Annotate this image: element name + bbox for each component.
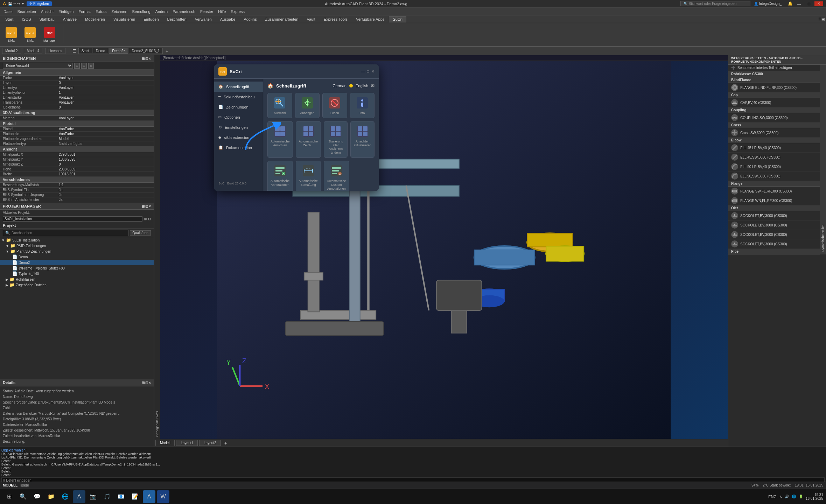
- filter-icon2[interactable]: ⊟: [81, 63, 87, 69]
- notifications[interactable]: 🔔: [788, 1, 793, 6]
- menu-datei[interactable]: Datei: [1, 9, 15, 14]
- english-lang-btn[interactable]: English: [356, 84, 368, 88]
- menu-aendern[interactable]: Ändern: [153, 9, 170, 14]
- menu-bearbeiten[interactable]: Bearbeiten: [15, 9, 38, 14]
- ortho-tab[interactable]: Orthogonale DWG: [154, 55, 160, 439]
- menu-hilfe[interactable]: Hilfe: [216, 9, 228, 14]
- taskbar-chat[interactable]: 💬: [31, 490, 43, 503]
- tree-item-rohrklassen[interactable]: ▶ 📁 Rohrklassen: [0, 276, 154, 282]
- grid-icons[interactable]: ⊞⊞⊞: [20, 483, 29, 487]
- qa-redo[interactable]: ↪: [17, 2, 20, 6]
- taskbar-word[interactable]: W: [157, 490, 169, 503]
- tile-anhaengen[interactable]: Anhängen: [295, 93, 320, 118]
- drawing-tab-demo[interactable]: Demo: [93, 48, 108, 54]
- rp-add-custom[interactable]: ➕ Benutzerdefiniertes Teil hinzufügen: [728, 65, 820, 71]
- ribbon-tab-addins[interactable]: Add-ins: [240, 16, 260, 22]
- tray-volume[interactable]: 🔊: [785, 495, 789, 498]
- sidebar-sikla-ext[interactable]: ◆ sikla extension: [214, 132, 263, 142]
- sikla-btn-2[interactable]: SIKLA Sikla: [22, 26, 38, 44]
- taskbar-app3[interactable]: 🎵: [101, 490, 113, 503]
- min-btn[interactable]: —: [794, 2, 804, 6]
- sidebar-dokumentation[interactable]: 📋 Dokumentation: [214, 142, 263, 153]
- tree-item-frame[interactable]: 📄 @Frame_Typicals_StützeF80: [0, 265, 154, 271]
- tile-auswahl[interactable]: Auswahl: [267, 93, 292, 118]
- taskbar-browser[interactable]: 🌐: [59, 490, 71, 503]
- drawing-tab-hamburger[interactable]: ☰: [71, 49, 78, 54]
- dialog-min-btn[interactable]: —: [361, 69, 365, 74]
- tree-item-zugehoer[interactable]: ▶ 📁 Zugehörige Dateien: [0, 282, 154, 288]
- menu-bemollung[interactable]: Bemollung: [130, 9, 153, 14]
- tile-auto-zeich[interactable]: Automatische Zeich...: [296, 121, 321, 158]
- pm-search-input[interactable]: [12, 231, 126, 235]
- pm-icon3[interactable]: ×: [149, 204, 151, 208]
- tabs-module4[interactable]: Modul 4: [24, 48, 43, 54]
- menu-parametrisch[interactable]: Parametrisch: [170, 9, 197, 14]
- ribbon-tab-beschriften[interactable]: Beschriften: [163, 16, 190, 22]
- tabs-licences[interactable]: Licences: [45, 48, 65, 54]
- rp-sockolet-4[interactable]: SOCKOLET,BV,3000 (CS300): [728, 239, 820, 249]
- menu-fenster[interactable]: Fenster: [198, 9, 215, 14]
- ribbon-tab-einfuegen[interactable]: Einfügen: [140, 16, 162, 22]
- tray-lang[interactable]: ENG: [768, 495, 777, 499]
- menu-zeichnen[interactable]: Zeichnen: [109, 9, 129, 14]
- email-icon[interactable]: ✉: [371, 83, 374, 88]
- ribbon-tab-isos[interactable]: ISOS: [18, 16, 35, 22]
- ribbon-tab-sucri[interactable]: SuCri: [389, 16, 406, 22]
- rp-ell-45-sw[interactable]: ELL 45,SW,3000 (CS300): [728, 153, 820, 162]
- taskbar-explorer[interactable]: 📁: [45, 490, 57, 503]
- ribbon-tab-stahlbau[interactable]: Stahlbau: [36, 16, 58, 22]
- qualitaeten-tab[interactable]: Qualitäten: [130, 230, 151, 236]
- dialog-max-btn[interactable]: □: [367, 69, 369, 74]
- details-icon3[interactable]: ×: [149, 381, 151, 385]
- menu-extras[interactable]: Extras: [93, 9, 108, 14]
- drawing-tab-demo2-su013[interactable]: Demo2_SU013_1: [129, 48, 163, 54]
- search-box[interactable]: 🔍 Stichwort oder Frage eingeben: [680, 1, 750, 6]
- pm-icon-b[interactable]: ⊡: [148, 217, 151, 221]
- pm-icon1[interactable]: ⊞: [142, 204, 145, 208]
- rp-ell-90-lr[interactable]: ELL 90 LR,BV,40 (CS300): [728, 162, 820, 172]
- user-btn[interactable]: 👤 IntegaDesign_...: [752, 2, 787, 6]
- rp-sockolet-2[interactable]: SOCKOLET,BV,3000 (CS300): [728, 220, 820, 230]
- ribbon-tab-visualisieren[interactable]: Visualisieren: [110, 16, 139, 22]
- dialog-close-btn[interactable]: ✕: [371, 69, 374, 74]
- tree-item-demo2[interactable]: 📄 Demo2: [0, 260, 154, 265]
- layout1-tab[interactable]: Layout1: [176, 440, 198, 446]
- filter-icon1[interactable]: ⊞: [74, 63, 80, 69]
- rp-cap[interactable]: CAP,BV,40 (CS300): [728, 98, 820, 107]
- tray-caret[interactable]: ∧: [779, 495, 782, 498]
- tree-item-paid[interactable]: ▼ 📁 P&ID-Zeichnungen: [0, 243, 154, 248]
- drawing-tab-start[interactable]: Start: [78, 48, 92, 54]
- tile-skalierung[interactable]: Skalierung aller Ansichten ändern: [324, 121, 348, 158]
- tile-auto-anno[interactable]: A Automatische Annotationen: [267, 161, 293, 191]
- ribbon-tab-start[interactable]: Start: [1, 16, 17, 22]
- tree-item-demo[interactable]: 📄 Demo: [0, 254, 154, 260]
- tree-item-sucri[interactable]: ▼ 📁 SuCri_Installation: [0, 237, 154, 243]
- pm-icon2[interactable]: ⊡: [145, 204, 148, 208]
- props-icon3[interactable]: ×: [149, 57, 151, 61]
- menu-einfuegen[interactable]: Einfügen: [56, 9, 76, 14]
- tile-auto-custom-anno[interactable]: C Automatische Custom Annotationen: [324, 161, 349, 191]
- taskbar-app2[interactable]: 📷: [87, 490, 99, 503]
- ribbon-tab-vault[interactable]: Vault: [303, 16, 319, 22]
- rp-coupling[interactable]: COUPLING,SW,3000 (CS300): [728, 113, 820, 122]
- tray-network[interactable]: 🌐: [792, 495, 796, 498]
- rp-flange-sw[interactable]: FLANGE SW,FL,RF,300 (CS300): [728, 187, 820, 196]
- ribbon-tab-ausgabe[interactable]: Ausgabe: [216, 16, 239, 22]
- qa-misc[interactable]: ▼: [21, 2, 24, 6]
- new-tab-btn[interactable]: +: [163, 48, 170, 54]
- tile-auto-bema[interactable]: ←→ Automatische Bemaßung: [296, 161, 321, 191]
- taskbar-search[interactable]: 🔍: [17, 490, 29, 503]
- tabs-module2[interactable]: Modul 2: [2, 48, 21, 54]
- sidebar-zeichnungen[interactable]: 📄 Zeichnungen: [214, 102, 263, 112]
- rp-ell-90-sw[interactable]: ELL 90,SW,3000 (CS300): [728, 172, 820, 181]
- drawing-tab-demo2[interactable]: Demo2*: [109, 48, 128, 54]
- view-toggle[interactable]: ☰▣: [818, 17, 825, 21]
- layout2-tab[interactable]: Layout2: [199, 440, 221, 446]
- menu-format[interactable]: Format: [76, 9, 93, 14]
- props-icon2[interactable]: ⊡: [145, 57, 148, 61]
- taskbar-app4[interactable]: 📧: [115, 490, 127, 503]
- dynamic-roles-tab[interactable]: Dynamische Rollen: [820, 65, 826, 254]
- rp-flange-blind[interactable]: FLANGE BLIND,FL,RF,300 (CS300): [728, 83, 820, 92]
- rp-flange-wn[interactable]: FLANGE WN,FL,RF,300 (CS300): [728, 196, 820, 205]
- manager-btn[interactable]: MGR Manager: [41, 26, 59, 44]
